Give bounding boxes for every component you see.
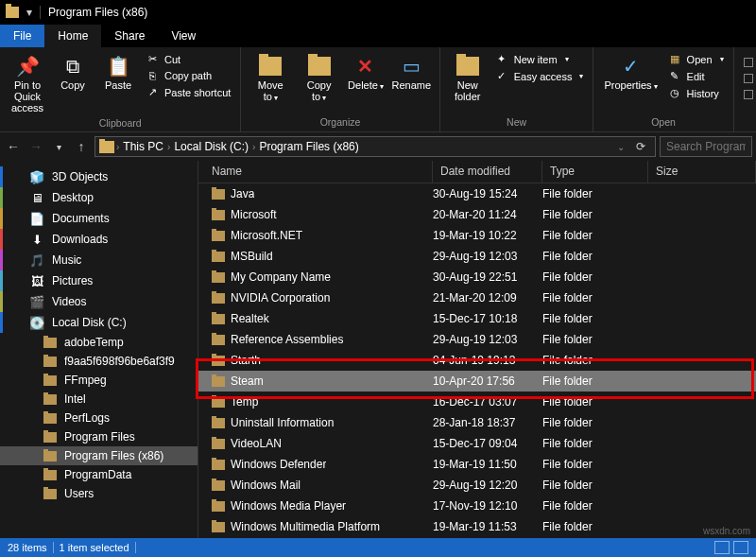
column-name[interactable]: Name: [198, 161, 433, 183]
sidebar-item[interactable]: Program Files: [0, 427, 198, 446]
sidebar-item[interactable]: 📄Documents: [0, 208, 198, 229]
table-row[interactable]: Starth04-Jun-19 19:13File folder: [198, 350, 756, 371]
rename-button[interactable]: ▭Rename: [389, 51, 434, 104]
edit-button[interactable]: ✎Edit: [664, 68, 728, 84]
file-list: Name Date modified Type Size Java30-Aug-…: [198, 161, 756, 538]
tab-file[interactable]: File: [0, 25, 44, 47]
delete-button[interactable]: ✕Delete▾: [344, 51, 387, 104]
sidebar-item[interactable]: 🖥Desktop: [0, 187, 198, 208]
sidebar-item[interactable]: 💽Local Disk (C:): [0, 312, 198, 333]
overflow-icon[interactable]: ▾: [26, 6, 32, 19]
forward-button[interactable]: →: [26, 137, 45, 156]
copy-path-button[interactable]: ⎘Copy path: [142, 68, 234, 83]
table-row[interactable]: Windows Mail29-Aug-19 12:20File folder: [198, 475, 756, 496]
table-row[interactable]: Windows Multimedia Platform19-Mar-19 11:…: [198, 516, 756, 537]
sidebar-item[interactable]: 🧊3D Objects: [0, 166, 198, 187]
column-type[interactable]: Type: [542, 161, 648, 183]
cut-button[interactable]: ✂Cut: [142, 51, 234, 67]
new-folder-button[interactable]: New folder: [446, 51, 490, 104]
sidebar-item[interactable]: Users: [0, 484, 198, 503]
sidebar-item[interactable]: FFmpeg: [0, 371, 198, 390]
folder-icon: [43, 338, 57, 348]
recent-button[interactable]: ▾: [49, 137, 68, 156]
chevron-right-icon[interactable]: ›: [252, 142, 255, 152]
sidebar-item[interactable]: Intel: [0, 390, 198, 409]
sidebar-icon: 📄: [29, 211, 44, 226]
chevron-right-icon[interactable]: ›: [116, 142, 119, 152]
sidebar-item[interactable]: adobeTemp: [0, 333, 198, 352]
table-row[interactable]: Reference Assemblies29-Aug-19 12:03File …: [198, 329, 756, 350]
table-row[interactable]: Windows Defender19-Mar-19 11:50File fold…: [198, 454, 756, 475]
sidebar-item[interactable]: ProgramData: [0, 465, 198, 484]
sidebar-icon: ⬇: [29, 232, 44, 247]
move-to-button[interactable]: Move to▾: [247, 51, 294, 104]
navigation-pane[interactable]: 🧊3D Objects🖥Desktop📄Documents⬇Downloads🎵…: [0, 161, 198, 538]
file-name: Windows Media Player: [231, 499, 346, 513]
select-all-button[interactable]: Select all: [740, 55, 756, 70]
chevron-right-icon[interactable]: ›: [167, 142, 170, 152]
view-thumbnails-button[interactable]: [733, 541, 748, 554]
table-row[interactable]: Microsoft.NET19-Mar-19 10:22File folder: [198, 225, 756, 246]
sidebar-item[interactable]: PerfLogs: [0, 409, 198, 427]
copy-to-button[interactable]: Copy to▾: [296, 51, 342, 104]
open-button[interactable]: ▦Open▾: [664, 51, 728, 67]
invert-selection-button[interactable]: Invert selection: [740, 87, 756, 102]
back-button[interactable]: ←: [4, 137, 23, 156]
tab-view[interactable]: View: [158, 25, 209, 47]
pin-quick-access-button[interactable]: 📌 Pin to Quick access: [6, 51, 49, 115]
table-row[interactable]: Temp16-Dec-17 03:07File folder: [198, 392, 756, 412]
column-size[interactable]: Size: [648, 161, 756, 183]
table-row[interactable]: Windows NT19-Mar-19 11:53File folder: [198, 537, 756, 538]
sidebar-item[interactable]: f9aa5f698f96be6af3f9: [0, 352, 198, 371]
properties-button[interactable]: ✓Properties▾: [599, 51, 662, 101]
status-bar: 28 items 1 item selected: [0, 538, 756, 557]
tab-share[interactable]: Share: [101, 25, 158, 47]
sidebar-item[interactable]: Program Files (x86): [0, 446, 198, 465]
new-item-button[interactable]: ✦New item▾: [491, 51, 588, 67]
refresh-button[interactable]: ⟳: [630, 140, 651, 153]
easy-access-button[interactable]: ✓Easy access▾: [491, 68, 588, 84]
separator: [53, 542, 54, 553]
sidebar-item[interactable]: ⬇Downloads: [0, 229, 198, 250]
file-type: File folder: [542, 374, 648, 388]
sidebar-label: f9aa5f698f96be6af3f9: [64, 355, 175, 368]
paste-button[interactable]: 📋 Paste: [96, 51, 140, 115]
view-details-button[interactable]: [714, 541, 730, 554]
label: Delete▾: [348, 79, 384, 91]
up-button[interactable]: ↑: [72, 137, 91, 156]
sidebar-label: Pictures: [52, 274, 93, 287]
search-input[interactable]: [660, 136, 752, 157]
table-row[interactable]: NVIDIA Corporation21-Mar-20 12:09File fo…: [198, 287, 756, 308]
file-date: 30-Aug-19 15:24: [433, 187, 542, 200]
address-dropdown[interactable]: ⌄: [613, 142, 628, 152]
crumb-local-disk[interactable]: Local Disk (C:): [172, 140, 250, 153]
sidebar-item[interactable]: 🎵Music: [0, 250, 198, 270]
copy-button[interactable]: ⧉ Copy: [51, 51, 94, 115]
paste-shortcut-button[interactable]: ↗Paste shortcut: [142, 84, 234, 100]
table-row[interactable]: Steam10-Apr-20 17:56File folder: [198, 371, 756, 392]
file-name: Windows Mail: [231, 479, 301, 492]
table-row[interactable]: VideoLAN15-Dec-17 09:04File folder: [198, 433, 756, 454]
table-row[interactable]: Microsoft20-Mar-20 11:24File folder: [198, 204, 756, 225]
crumb-program-files[interactable]: Program Files (x86): [257, 140, 360, 153]
select-none-button[interactable]: Select none: [740, 71, 756, 86]
table-row[interactable]: MSBuild29-Aug-19 12:03File folder: [198, 246, 756, 267]
table-row[interactable]: My Company Name30-Aug-19 22:51File folde…: [198, 267, 756, 287]
breadcrumb[interactable]: › This PC › Local Disk (C:) › Program Fi…: [94, 136, 656, 157]
sidebar-label: Program Files: [64, 430, 135, 444]
table-row[interactable]: Uninstall Information28-Jan-18 18:37File…: [198, 412, 756, 433]
column-date[interactable]: Date modified: [433, 161, 542, 183]
ribbon: 📌 Pin to Quick access ⧉ Copy 📋 Paste ✂Cu…: [0, 47, 756, 132]
file-type: File folder: [542, 520, 648, 533]
table-row[interactable]: Windows Media Player17-Nov-19 12:10File …: [198, 496, 756, 516]
folder-icon: [99, 141, 114, 153]
table-row[interactable]: Java30-Aug-19 15:24File folder: [198, 183, 756, 204]
sidebar-label: Documents: [52, 212, 110, 225]
table-row[interactable]: Realtek15-Dec-17 10:18File folder: [198, 308, 756, 329]
history-button[interactable]: ◷History: [664, 85, 728, 101]
sidebar-item[interactable]: 🎬Videos: [0, 291, 198, 312]
tab-home[interactable]: Home: [44, 25, 101, 47]
sidebar-item[interactable]: 🖼Pictures: [0, 270, 198, 291]
label: Copy path: [164, 70, 212, 81]
crumb-this-pc[interactable]: This PC: [121, 140, 165, 153]
